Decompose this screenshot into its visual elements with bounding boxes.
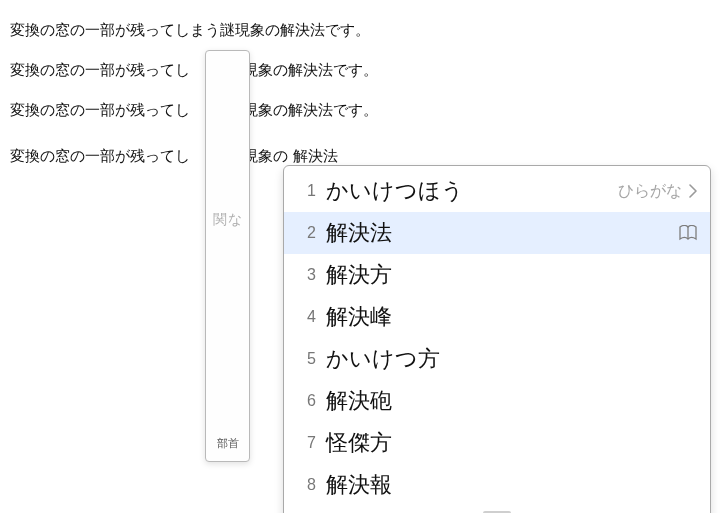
text-line-2-pre: 変換の窓の一部が残ってし (10, 61, 190, 78)
ime-candidate-panel: 1 かいけつほう ひらがな 2 解決法 3 解決方 (283, 165, 711, 513)
text-line-1[interactable]: 変換の窓の一部が残ってしまう謎現象の解決法です。 (10, 22, 370, 37)
ime-artifact-radical-label[interactable]: 部首 (206, 436, 249, 451)
ime-candidate-4-text: 解決峰 (326, 302, 392, 332)
text-line-3-pre: 変換の窓の一部が残ってし (10, 101, 190, 118)
ime-candidate-2-number: 2 (290, 224, 316, 242)
ime-candidate-3-text: 解決方 (326, 260, 392, 290)
ime-candidate-1[interactable]: 1 かいけつほう ひらがな (284, 170, 710, 212)
ime-candidate-5-number: 5 (290, 350, 316, 368)
ime-candidate-6[interactable]: 6 解決砲 (284, 380, 710, 422)
text-line-3[interactable]: 変換の窓の一部が残ってし う謎現象の解決法です。 (10, 102, 378, 117)
ime-candidate-7-text: 怪傑方 (326, 428, 392, 458)
ime-candidate-6-number: 6 (290, 392, 316, 410)
ime-candidate-7-number: 7 (290, 434, 316, 452)
ime-candidate-5[interactable]: 5 かいけつ方 (284, 338, 710, 380)
ime-candidate-8-number: 8 (290, 476, 316, 494)
ime-candidate-8-text: 解決報 (326, 470, 392, 500)
text-line-1-content: 変換の窓の一部が残ってしまう謎現象の解決法です。 (10, 21, 370, 38)
ime-candidate-2-text: 解決法 (326, 218, 392, 248)
text-line-4-pre: 変換の窓の一部が残ってし (10, 147, 190, 164)
ime-artifact-glyphs: 関な (206, 211, 249, 229)
ime-candidate-5-text: かいけつ方 (326, 344, 440, 374)
ime-candidate-8[interactable]: 8 解決報 (284, 464, 710, 506)
chevron-right-icon[interactable] (688, 184, 698, 198)
ime-panel-resize-handle[interactable] (284, 506, 710, 513)
ime-candidate-1-text: かいけつほう (326, 176, 464, 206)
ime-candidate-4[interactable]: 4 解決峰 (284, 296, 710, 338)
ime-hiragana-hint: ひらがな (618, 181, 682, 202)
ime-candidate-3-number: 3 (290, 266, 316, 284)
text-line-2[interactable]: 変換の窓の一部が残ってし う謎現象の解決法です。 (10, 62, 378, 77)
ime-candidate-3[interactable]: 3 解決方 (284, 254, 710, 296)
editor-viewport: 変換の窓の一部が残ってしまう謎現象の解決法です。 変換の窓の一部が残ってし う謎… (0, 0, 720, 513)
ime-candidate-1-number: 1 (290, 182, 316, 200)
ime-candidate-7[interactable]: 7 怪傑方 (284, 422, 710, 464)
ime-artifact-panel: 関な 部首 (205, 50, 250, 462)
ime-candidate-6-text: 解決砲 (326, 386, 392, 416)
ime-candidate-4-number: 4 (290, 308, 316, 326)
ime-candidate-2[interactable]: 2 解決法 (284, 212, 710, 254)
dictionary-icon[interactable] (678, 225, 698, 241)
